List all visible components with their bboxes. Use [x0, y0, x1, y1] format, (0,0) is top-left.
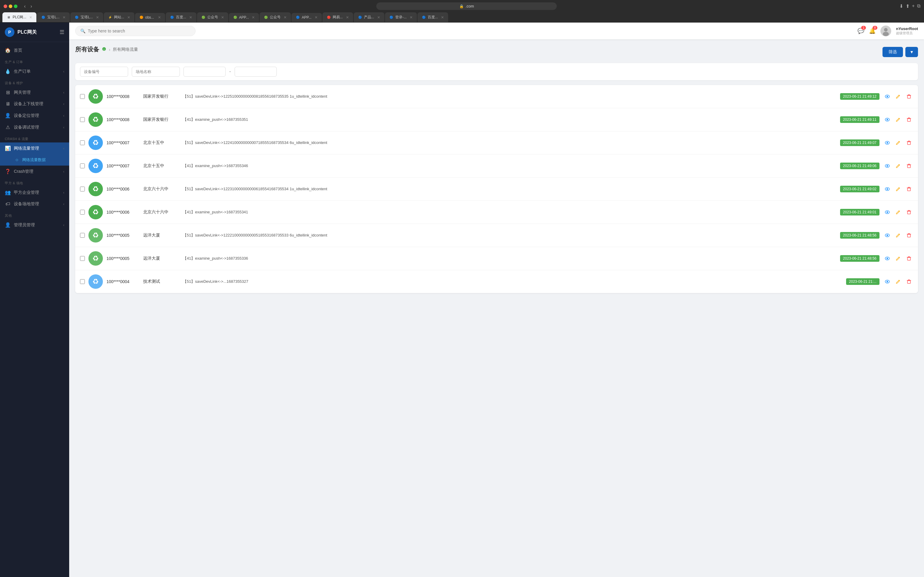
alert-notification[interactable]: 🔔 8 — [869, 27, 876, 34]
sidebar-item-admin_mgmt[interactable]: 👤管理员管理‹ — [0, 219, 69, 231]
tab-close-icon[interactable]: ✕ — [315, 15, 318, 19]
browser-tab-tab8[interactable]: 🟢APP...✕ — [229, 13, 259, 22]
traffic-green[interactable] — [14, 5, 18, 8]
edit-button-4[interactable] — [894, 185, 902, 193]
row-checkbox-3[interactable] — [80, 163, 85, 168]
sidebar-item-device_online[interactable]: 🖥设备上下线管理‹ — [0, 98, 69, 110]
view-button-7[interactable] — [883, 254, 892, 263]
tab-close-icon[interactable]: ✕ — [252, 15, 255, 19]
date-start-filter[interactable]: 2023/06/21 — [184, 67, 226, 77]
tab-close-icon[interactable]: ✕ — [410, 15, 413, 19]
sidebar-item-prod_order[interactable]: 💧生产订单‹ — [0, 66, 69, 77]
tabs-icon[interactable]: ⧉ — [917, 3, 921, 9]
tab-close-icon[interactable]: ✕ — [346, 15, 349, 19]
view-button-6[interactable] — [883, 231, 892, 240]
browser-tab-tab12[interactable]: 🔵产品...✕ — [354, 12, 384, 22]
browser-tab-tab5[interactable]: 🟠obs...✕ — [135, 13, 165, 22]
browser-tab-tab1[interactable]: 🖥PLC网...✕ — [2, 12, 36, 22]
sidebar-item-site_mgmt[interactable]: 🏷设备场地管理‹ — [0, 198, 69, 210]
browser-tab-tab14[interactable]: 🔵百度...✕ — [417, 12, 448, 22]
traffic-red[interactable] — [3, 5, 7, 8]
tab-close-icon[interactable]: ✕ — [96, 15, 99, 19]
tab-close-icon[interactable]: ✕ — [284, 15, 287, 19]
date-end-filter[interactable]: 2023/06/21 — [234, 67, 277, 77]
search-input[interactable] — [88, 29, 191, 33]
row-checkbox-5[interactable] — [80, 210, 85, 214]
address-bar[interactable]: 🔒 .com — [376, 2, 557, 10]
row-checkbox-7[interactable] — [80, 256, 85, 261]
view-button-0[interactable] — [883, 92, 892, 101]
browser-tab-tab6[interactable]: 🔵百度...✕ — [166, 12, 196, 22]
edit-button-7[interactable] — [894, 254, 902, 263]
edit-icon — [896, 163, 901, 168]
sidebar-item-home[interactable]: 🏠首页 — [0, 45, 69, 56]
delete-button-0[interactable] — [905, 92, 913, 101]
row-checkbox-4[interactable] — [80, 187, 85, 192]
browser-tab-tab9[interactable]: 🟢公众号✕ — [260, 12, 291, 22]
delete-button-4[interactable] — [905, 185, 913, 193]
location-filter[interactable] — [132, 67, 180, 77]
row-checkbox-6[interactable] — [80, 233, 85, 238]
delete-button-5[interactable] — [905, 208, 913, 216]
delete-button-6[interactable] — [905, 231, 913, 240]
filter-more-button[interactable]: ▼ — [905, 47, 918, 57]
edit-button-5[interactable] — [894, 208, 902, 216]
tab-close-icon[interactable]: ✕ — [127, 15, 130, 19]
tab-close-icon[interactable]: ✕ — [63, 15, 66, 19]
download-icon[interactable]: ⬇ — [899, 3, 903, 9]
device-id-filter[interactable] — [80, 67, 128, 77]
browser-tab-tab3[interactable]: 🔵宝塔L...✕ — [70, 12, 103, 22]
forward-button[interactable]: › — [29, 3, 34, 10]
row-checkbox-1[interactable] — [80, 117, 85, 122]
view-button-4[interactable] — [883, 185, 892, 193]
edit-button-1[interactable] — [894, 115, 902, 124]
edit-button-8[interactable] — [894, 277, 902, 286]
share-icon[interactable]: ⬆ — [906, 3, 909, 9]
sidebar-item-party_mgmt[interactable]: 👥甲方企业管理‹ — [0, 187, 69, 198]
sidebar-item-device_debug[interactable]: ⚠设备调试管理‹ — [0, 121, 69, 133]
delete-button-7[interactable] — [905, 254, 913, 263]
view-button-5[interactable] — [883, 208, 892, 216]
tab-close-icon[interactable]: ✕ — [29, 15, 32, 19]
sidebar-item-crash_mgmt[interactable]: ❓Crash管理‹ — [0, 166, 69, 177]
view-button-1[interactable] — [883, 115, 892, 124]
browser-tab-tab4[interactable]: ⚡网站...✕ — [104, 12, 134, 22]
tab-close-icon[interactable]: ✕ — [158, 15, 161, 19]
chat-notification[interactable]: 💬 1 — [858, 27, 864, 34]
edit-button-2[interactable] — [894, 139, 902, 147]
browser-tab-tab11[interactable]: 🔴网易...✕ — [322, 12, 353, 22]
search-box[interactable]: 🔍 — [75, 26, 195, 36]
edit-button-0[interactable] — [894, 92, 902, 101]
browser-tab-tab10[interactable]: 🔵APP...✕ — [291, 13, 321, 22]
view-button-3[interactable] — [883, 162, 892, 170]
browser-tab-tab7[interactable]: 🟢公众号✕ — [197, 12, 228, 22]
delete-button-2[interactable] — [905, 139, 913, 147]
tab-icon: 🟠 — [139, 15, 144, 19]
edit-button-6[interactable] — [894, 231, 902, 240]
traffic-yellow[interactable] — [9, 5, 12, 8]
sidebar-menu-icon[interactable]: ☰ — [60, 29, 65, 35]
row-checkbox-0[interactable] — [80, 94, 85, 99]
row-checkbox-8[interactable] — [80, 279, 85, 284]
tab-close-icon[interactable]: ✕ — [377, 15, 380, 19]
tab-close-icon[interactable]: ✕ — [441, 15, 444, 19]
sidebar-item-device_location[interactable]: 👤设备定位管理‹ — [0, 110, 69, 121]
delete-button-8[interactable] — [905, 277, 913, 286]
sidebar-item-network_data[interactable]: ○网络流量数据 — [0, 154, 69, 166]
view-button-2[interactable] — [883, 139, 892, 147]
delete-button-1[interactable] — [905, 115, 913, 124]
tab-close-icon[interactable]: ✕ — [189, 15, 192, 19]
browser-tab-tab13[interactable]: 🔵登录-...✕ — [385, 12, 417, 22]
sidebar-item-network_flow[interactable]: 📊网络流量管理‹ — [0, 142, 69, 154]
row-checkbox-2[interactable] — [80, 140, 85, 145]
delete-button-3[interactable] — [905, 162, 913, 170]
view-button-8[interactable] — [883, 277, 892, 286]
new-tab-icon[interactable]: + — [912, 3, 915, 9]
filter-button[interactable]: 筛选 — [882, 47, 903, 57]
avatar — [880, 26, 891, 36]
edit-button-3[interactable] — [894, 162, 902, 170]
browser-tab-tab2[interactable]: 🔵宝塔L...✕ — [37, 12, 70, 22]
sidebar-item-gateway_mgmt[interactable]: ⊞网关管理‹ — [0, 87, 69, 98]
back-button[interactable]: ‹ — [22, 3, 27, 10]
tab-close-icon[interactable]: ✕ — [221, 15, 224, 19]
